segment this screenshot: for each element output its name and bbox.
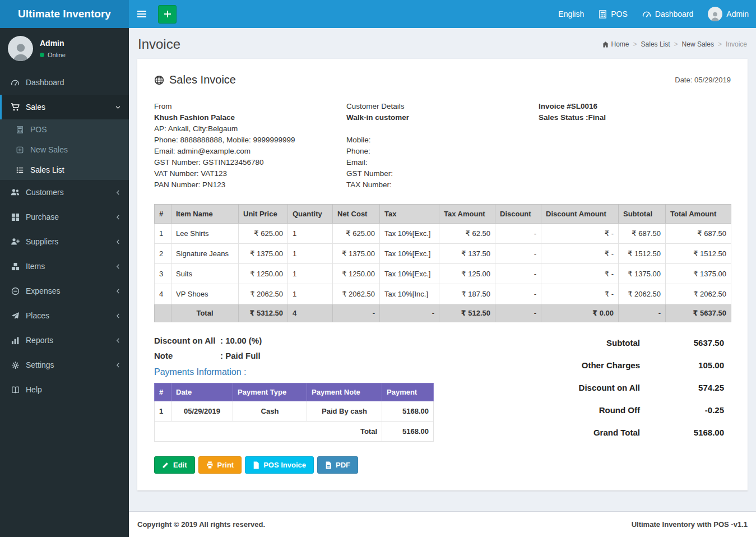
sidebar-item-pos[interactable]: POS [0,119,129,140]
note-line: Note : Paid Full [154,351,434,360]
sidebar-user-status[interactable]: Online [40,52,66,58]
customer-name: Walk-in customer [346,112,539,123]
col-header-net-cost: Net Cost [333,205,380,224]
print-button[interactable]: Print [198,456,242,474]
breadcrumb-current: Invoice [726,40,747,48]
user-menu-label: Admin [726,10,749,18]
summary-value: 105.00 [640,360,724,370]
breadcrumb-new-sales[interactable]: New Sales [682,40,714,48]
topnav-pos[interactable]: POS [591,0,635,28]
total-cell-tax: - [380,304,439,322]
cell-item-name: VP Shoes [171,284,239,304]
sidebar: Admin Online Dashboard Sales [0,28,129,537]
sidebar-item-new-sales[interactable]: New Sales [0,140,129,160]
sidebar-item-label: Settings [26,360,54,369]
cell-quantity: 1 [288,284,333,304]
sidebar-item-sales[interactable]: Sales [0,95,129,119]
from-pan: PAN Number: PN123 [154,179,346,191]
summary-label: Round Off [599,405,640,415]
quick-add-button[interactable] [158,5,177,24]
summary-label: Other Charges [582,360,640,370]
chevron-left-icon [115,263,121,270]
col-header-discount-amount: Discount Amount [541,205,619,224]
sidebar-item-dashboard[interactable]: Dashboard [0,70,129,95]
cell-tax-amount: ₹ 62.50 [439,224,495,244]
summary-row-round-off: Round Off -0.25 [599,405,724,415]
breadcrumb-home[interactable]: Home [602,40,629,48]
items-table-header-row: # Item Name Unit Price Quantity Net Cost… [155,205,731,224]
note-value: : Paid Full [220,351,261,360]
breadcrumb-separator: > [674,40,678,48]
discount-on-all-line: Discount on All : 10.00 (%) [154,336,434,345]
user-menu[interactable]: Admin [701,0,756,28]
cell-net-cost: ₹ 2062.50 [333,284,380,304]
brand-logo[interactable]: Ultimate Inventory [0,0,129,28]
cell-net-cost: ₹ 1375.00 [333,244,380,264]
sidebar-toggle-button[interactable] [129,0,155,28]
sidebar-item-reports[interactable]: Reports [0,328,129,353]
sidebar-item-items[interactable]: Items [0,254,129,279]
summary-value: -0.25 [640,405,724,415]
plus-icon [164,10,171,18]
discount-on-all-label: Discount on All [154,336,220,345]
from-name: Khush Fashion Palace [154,112,346,123]
chevron-left-icon [115,189,121,196]
navbar: English POS Dashboard Admin [129,0,756,28]
sidebar-item-suppliers[interactable]: Suppliers [0,229,129,254]
globe-icon [154,75,164,85]
sidebar-item-settings[interactable]: Settings [0,353,129,377]
dashboard-icon [642,10,651,18]
invoice-number: Invoice #SL0016 [539,101,731,112]
from-email: Email: admin@example.com [154,146,346,157]
cell-total-amount: ₹ 1375.00 [666,264,731,284]
sidebar-item-places[interactable]: Places [0,303,129,328]
col-header-subtotal: Subtotal [619,205,666,224]
invoice-lower-section: Discount on All : 10.00 (%) Note : Paid … [154,336,731,474]
sidebar-item-label: Expenses [26,286,60,295]
pdf-button[interactable]: PDF [317,456,358,474]
sidebar-item-customers[interactable]: Customers [0,180,129,205]
cell-item-name: Lee Shirts [171,224,239,244]
language-menu[interactable]: English [551,0,591,28]
summary-value: 5168.00 [640,428,724,437]
topnav-dashboard[interactable]: Dashboard [635,0,701,28]
file-icon [253,461,259,469]
sidebar-item-label: Places [26,311,49,320]
breadcrumb-separator: > [718,40,722,48]
sidebar-item-label: Customers [26,188,64,197]
bar-chart-icon [9,336,21,345]
total-cell-tax-amount: ₹ 512.50 [439,304,495,322]
sidebar-item-purchase[interactable]: Purchase [0,205,129,229]
invoice-date: Date: 05/29/2019 [675,76,731,84]
customer-block: Customer Details Walk-in customer Mobile… [346,101,539,191]
summary-label: Grand Total [593,428,640,437]
summary-label: Subtotal [606,338,640,348]
language-label: English [558,10,584,18]
cell-tax-amount: ₹ 125.00 [439,264,495,284]
grid-icon [9,213,21,221]
pos-invoice-button[interactable]: POS Invoice [245,456,314,474]
total-cell-index [155,304,171,322]
cell-total-amount: ₹ 687.50 [666,224,731,244]
sidebar-item-expenses[interactable]: Expenses [0,279,129,303]
calculator-icon [599,10,607,18]
cell-discount: - [495,284,541,304]
sidebar-item-label: Items [26,262,45,271]
summary-value: 5637.50 [640,338,724,348]
sidebar-item-sales-list[interactable]: Sales List [0,160,129,180]
sidebar-item-label: Sales List [30,165,64,174]
content-header: Invoice Home > Sales List > New Sales > … [129,28,756,52]
col-header-tax: Tax [380,205,439,224]
edit-button[interactable]: Edit [154,456,195,474]
pdf-button-label: PDF [336,461,350,469]
breadcrumb-sales-list[interactable]: Sales List [641,40,670,48]
total-cell-subtotal: - [619,304,666,322]
page-footer: Copyright © 2019 All rights reserved. Ul… [129,511,756,537]
calculator-icon [13,126,26,133]
items-table-total-row: Total ₹ 5312.50 4 - - ₹ 512.50 - ₹ 0.00 … [155,304,731,322]
sales-status: Sales Status :Final [539,112,731,123]
invoice-title: Sales Invoice [169,73,236,86]
payments-total-row: Total 5168.00 [155,422,434,442]
sidebar-item-help[interactable]: Help [0,377,129,402]
cell-unit-price: ₹ 1375.00 [239,244,288,264]
